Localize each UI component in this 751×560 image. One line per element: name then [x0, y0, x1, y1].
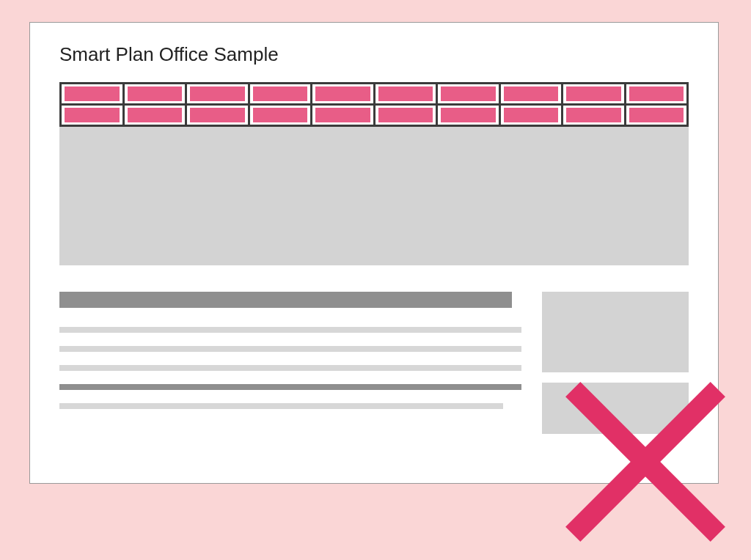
page-title: Smart Plan Office Sample	[59, 43, 689, 66]
nav-cell-fill	[504, 108, 559, 122]
nav-cell-fill	[65, 86, 120, 101]
nav-cell[interactable]	[376, 84, 439, 103]
sidebar-box-placeholder	[542, 292, 689, 372]
nav-cell-fill	[378, 108, 433, 122]
article-title-placeholder	[59, 292, 512, 308]
nav-cell[interactable]	[501, 106, 564, 125]
nav-cell-fill	[629, 108, 684, 122]
nav-cell-fill	[253, 108, 308, 122]
sidebar-column	[542, 292, 689, 434]
hero-banner-placeholder	[59, 82, 689, 265]
nav-cell[interactable]	[187, 106, 250, 125]
nav-cell-fill	[441, 86, 496, 101]
nav-cell[interactable]	[501, 84, 564, 103]
nav-cell-fill	[441, 108, 496, 122]
nav-cell-fill	[65, 108, 120, 122]
article-line-placeholder	[59, 346, 521, 352]
nav-cell[interactable]	[62, 106, 125, 125]
nav-cell[interactable]	[187, 84, 250, 103]
nav-cell[interactable]	[250, 84, 313, 103]
nav-cell-fill	[190, 86, 245, 101]
nav-cell[interactable]	[125, 106, 188, 125]
nav-cell-fill	[566, 108, 621, 122]
nav-cell[interactable]	[626, 106, 687, 125]
nav-cell[interactable]	[125, 84, 188, 103]
nav-row	[62, 84, 686, 103]
nav-cell[interactable]	[626, 84, 687, 103]
nav-cell-fill	[190, 108, 245, 122]
nav-strip	[59, 82, 689, 127]
nav-cell[interactable]	[376, 106, 439, 125]
nav-cell[interactable]	[62, 84, 125, 103]
nav-cell[interactable]	[250, 106, 313, 125]
nav-cell[interactable]	[312, 106, 376, 125]
article-line-placeholder	[59, 403, 503, 409]
nav-cell[interactable]	[438, 84, 501, 103]
nav-cell-fill	[128, 86, 183, 101]
nav-cell-fill	[253, 86, 308, 101]
nav-cell-fill	[315, 86, 370, 101]
nav-row	[62, 103, 686, 125]
nav-cell-fill	[315, 108, 370, 122]
nav-cell-fill	[629, 86, 684, 101]
nav-cell-fill	[378, 86, 433, 101]
sidebar-box-placeholder	[542, 383, 689, 434]
wireframe-card: Smart Plan Office Sample	[29, 22, 719, 484]
article-line-placeholder	[59, 327, 521, 333]
article-line-placeholder	[59, 365, 521, 371]
content-row	[59, 292, 689, 434]
nav-cell-fill	[504, 86, 559, 101]
nav-cell-fill	[128, 108, 183, 122]
article-column	[59, 292, 521, 434]
nav-cell[interactable]	[563, 84, 626, 103]
nav-cell[interactable]	[312, 84, 376, 103]
article-line-placeholder	[59, 384, 521, 390]
nav-cell[interactable]	[563, 106, 626, 125]
nav-cell-fill	[566, 86, 621, 101]
nav-cell[interactable]	[438, 106, 501, 125]
